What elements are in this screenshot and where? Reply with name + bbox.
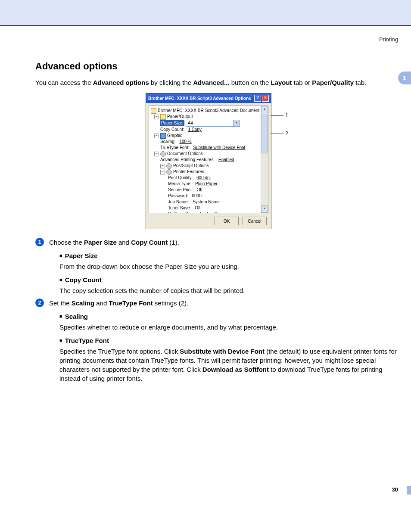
tree-label: Halftone Screen Lock: [168, 211, 210, 213]
dialog-footer: OK Cancel [146, 216, 271, 229]
tree-label: Paper/Output [167, 114, 193, 120]
paper-size-dropdown[interactable]: A4 ▾ [186, 120, 240, 127]
tree-halftone[interactable]: Halftone Screen Lock: On [151, 211, 259, 213]
tree-print-quality[interactable]: Print Quality: 600 dpi [151, 175, 259, 181]
tree-label: Advanced Printing Features: [160, 157, 215, 163]
steps: 1 Choose the Paper Size and Copy Count (… [35, 238, 398, 383]
sub-body: Specifies whether to reduce or enlarge d… [59, 323, 398, 332]
tree-toner-save[interactable]: Toner Save: Off [151, 205, 259, 211]
tree-label: Brother MFC- XXXX BR-Script3 Advanced Do… [158, 108, 261, 114]
tree-postscript[interactable]: + PostScript Options [151, 163, 259, 169]
intro-bold: Advanced... [193, 79, 229, 86]
tree-value[interactable]: Plain Paper [195, 181, 218, 187]
step-bold: Paper Size [84, 239, 117, 246]
sub-head: Copy Count [59, 276, 398, 283]
tree-value[interactable]: Enabled [218, 157, 234, 163]
expand-icon[interactable]: + [160, 164, 165, 168]
tree-value[interactable]: Off [195, 205, 200, 211]
intro-bold: Layout [271, 79, 292, 86]
tree-value[interactable]: 600 dpi [196, 175, 211, 181]
tree-printer-features[interactable]: − Printer Features [151, 169, 259, 175]
tree-media-type[interactable]: Media Type: Plain Paper [151, 181, 259, 187]
scroll-down-icon[interactable]: ▾ [261, 205, 268, 213]
top-band [0, 0, 411, 25]
step-text: and [94, 299, 109, 307]
tree-adv-print[interactable]: Advanced Printing Features: Enabled [151, 157, 259, 163]
page-footer: 30 [35, 486, 398, 493]
collapse-icon[interactable]: − [154, 152, 159, 156]
breadcrumb: Printing [35, 36, 398, 43]
tree-truetype[interactable]: TrueType Font: Substitute with Device Fo… [151, 145, 259, 151]
sub-bold: Substitute with Device Font [180, 348, 265, 355]
chevron-down-icon[interactable]: ▾ [233, 120, 240, 126]
step-bold: Scaling [72, 299, 94, 307]
callout-1: 1 [285, 112, 288, 118]
tree-label: Media Type: [168, 181, 191, 187]
sub-body: From the drop-down box choose the Paper … [59, 262, 398, 271]
tree-label: Graphic [167, 133, 182, 139]
tree-graphic[interactable]: − Graphic [151, 133, 259, 139]
tree-copy-count[interactable]: Copy Count: 1 Copy [151, 127, 259, 133]
tree-value[interactable]: 1 Copy [188, 127, 202, 133]
sub-scaling: Scaling Specifies whether to reduce or e… [35, 313, 398, 383]
tree-job-name[interactable]: Job Name: System Name [151, 199, 259, 205]
gear-icon [160, 151, 166, 157]
tree-label: Document Options [167, 151, 203, 157]
step-text: Choose the [49, 239, 84, 246]
step-1: 1 Choose the Paper Size and Copy Count (… [35, 238, 398, 247]
scroll-thumb[interactable] [262, 114, 268, 153]
tree-scaling[interactable]: Scaling: 100 % [151, 139, 259, 145]
ok-button[interactable]: OK [215, 217, 239, 225]
step-bold: Copy Count [131, 239, 168, 246]
tree-label: Copy Count: [160, 127, 184, 133]
section-title: Advanced options [35, 61, 398, 72]
intro-paragraph: You can access the Advanced options by c… [35, 78, 389, 87]
footer-accent [407, 486, 411, 495]
intro-text: by clicking the [149, 79, 193, 86]
graphic-icon [160, 133, 166, 139]
step-text: Set the [49, 299, 72, 307]
dialog-titlebar: Brother MFC- XXXX BR-Script3 Advanced Op… [146, 93, 271, 103]
tree-label: Secure Print: [168, 187, 193, 193]
sub-body: Specifies the TrueType font options. Cli… [59, 347, 398, 383]
tree-value[interactable]: On [214, 211, 220, 213]
scrollbar[interactable]: ▴ ▾ [261, 106, 268, 213]
tree-secure-print[interactable]: Secure Print: Off [151, 187, 259, 193]
tree-value[interactable]: Substitute with Device Font [193, 145, 245, 151]
step-bold: TrueType Font [109, 299, 153, 307]
settings-tree[interactable]: Brother MFC- XXXX BR-Script3 Advanced Do… [149, 106, 261, 213]
tree-root[interactable]: Brother MFC- XXXX BR-Script3 Advanced Do… [151, 108, 259, 114]
advanced-options-dialog: Brother MFC- XXXX BR-Script3 Advanced Op… [146, 93, 271, 229]
step-text: settings (2). [153, 299, 189, 307]
tree-label: Scaling: [160, 139, 176, 145]
tree-value[interactable]: 0000 [192, 193, 201, 199]
step-marker: 2 [35, 299, 44, 307]
tree-value[interactable]: System Name [193, 199, 220, 205]
dropdown-value: A4 [188, 120, 193, 126]
intro-text: You can access the [35, 79, 93, 86]
page-number: 30 [35, 486, 398, 493]
tree-paper-output[interactable]: − Paper/Output [151, 114, 259, 120]
tree-label-selected: Paper Size: [160, 120, 184, 126]
close-icon[interactable]: × [262, 95, 269, 102]
chapter-tab: 1 [398, 72, 411, 84]
step-2: 2 Set the Scaling and TrueType Font sett… [35, 299, 398, 308]
step-text: (1). [168, 239, 179, 246]
sub-head: TrueType Font [59, 337, 398, 344]
sub-paper-size: Paper Size From the drop-down box choose… [35, 252, 398, 295]
document-icon [151, 108, 156, 114]
collapse-icon[interactable]: − [154, 115, 159, 119]
tree-doc-options[interactable]: − Document Options [151, 151, 259, 157]
collapse-icon[interactable]: − [160, 170, 165, 174]
callout-line [271, 134, 283, 134]
tree-value[interactable]: Off [197, 187, 202, 193]
collapse-icon[interactable]: − [154, 134, 159, 138]
cancel-button[interactable]: Cancel [243, 217, 267, 225]
tree-label: Printer Features [173, 169, 204, 175]
sub-text: Specifies the TrueType font options. Cli… [59, 348, 180, 355]
tree-value[interactable]: 100 % [179, 139, 191, 145]
help-icon[interactable]: ? [254, 95, 261, 102]
tree-password[interactable]: Password: 0000 [151, 193, 259, 199]
scroll-up-icon[interactable]: ▴ [261, 106, 268, 113]
tree-paper-size[interactable]: Paper Size: A4 ▾ [151, 120, 259, 127]
